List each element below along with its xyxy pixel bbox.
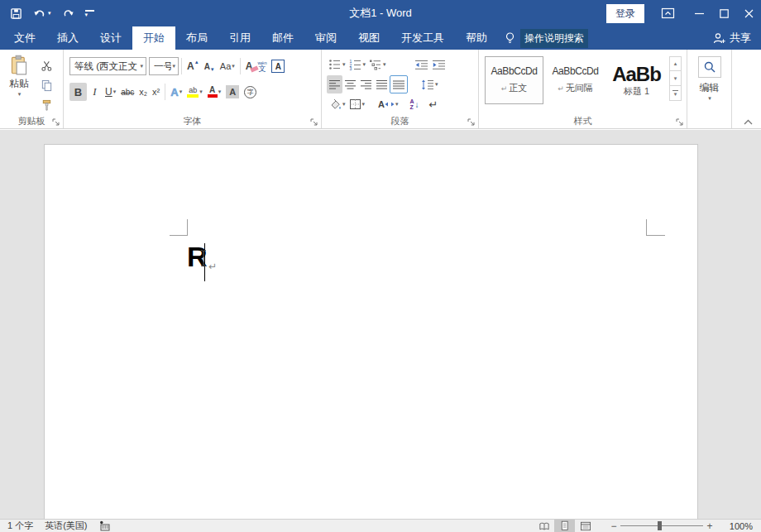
- character-shading-button[interactable]: A: [223, 83, 242, 101]
- styles-scroll-up-button[interactable]: ▴: [669, 56, 682, 71]
- tab-developer[interactable]: 开发工具: [390, 26, 455, 50]
- strikethrough-button[interactable]: abc: [118, 83, 136, 101]
- copy-button[interactable]: [37, 77, 55, 94]
- zoom-in-button[interactable]: +: [703, 520, 716, 532]
- title-bar: ▾ ▾ 文档1 - Word 登录: [0, 0, 761, 26]
- asian-layout-button[interactable]: A ▾: [376, 95, 400, 113]
- minimize-button[interactable]: [687, 9, 711, 18]
- subscript-button[interactable]: x₂: [136, 83, 150, 101]
- styles-scroll-down-button[interactable]: ▾: [669, 71, 682, 86]
- bullets-button[interactable]: ▾: [327, 55, 347, 74]
- tab-file[interactable]: 文件: [3, 26, 46, 50]
- clear-formatting-button[interactable]: A: [243, 57, 256, 75]
- zoom-out-button[interactable]: −: [607, 520, 620, 532]
- sort-button[interactable]: AZ ↓: [409, 95, 421, 113]
- change-case-button[interactable]: Aa▾: [218, 57, 237, 75]
- cut-button[interactable]: [37, 57, 55, 74]
- cut-scissors-icon: [41, 60, 53, 72]
- highlight-color-button[interactable]: ab▾: [184, 83, 205, 101]
- text-effects-button[interactable]: A▾: [168, 83, 184, 101]
- grow-font-button[interactable]: A▲: [184, 57, 202, 75]
- character-border-button[interactable]: A: [269, 57, 287, 75]
- paragraph-row-3: ▾ ▾ A ▾ AZ ↓ ↵: [327, 94, 475, 114]
- read-mode-button[interactable]: [534, 520, 554, 532]
- paint-bucket-icon: [328, 98, 342, 111]
- tab-layout[interactable]: 布局: [175, 26, 218, 50]
- borders-button[interactable]: ▾: [347, 95, 367, 113]
- editing-label: 编辑: [687, 81, 731, 95]
- zoom-slider[interactable]: [620, 520, 703, 532]
- tab-review[interactable]: 审阅: [304, 26, 347, 50]
- numbering-button[interactable]: 123▾: [347, 55, 368, 74]
- styles-more-button[interactable]: ▾: [669, 86, 682, 101]
- underline-button[interactable]: U▾: [103, 83, 118, 101]
- para-mark-icon: ↵: [501, 84, 508, 93]
- shrink-font-button[interactable]: A▼: [202, 57, 218, 75]
- paste-dropdown-icon[interactable]: ▾: [4, 91, 35, 98]
- format-painter-button[interactable]: [37, 97, 55, 114]
- show-hide-marks-button[interactable]: ↵: [428, 95, 440, 113]
- search-input[interactable]: 操作说明搜索: [520, 29, 588, 48]
- justify-button[interactable]: [374, 75, 390, 93]
- font-color-button[interactable]: A▾: [205, 83, 224, 101]
- print-layout-button[interactable]: [554, 520, 575, 532]
- tab-view[interactable]: 视图: [347, 26, 390, 50]
- ibeam-cursor-icon: [199, 249, 208, 267]
- font-dialog-launcher[interactable]: [310, 118, 318, 127]
- minimize-icon: [695, 9, 704, 18]
- multilevel-list-button[interactable]: ▾: [367, 55, 388, 74]
- tab-mailings[interactable]: 邮件: [261, 26, 304, 50]
- superscript-button[interactable]: x²: [150, 83, 162, 101]
- clipboard-dialog-launcher[interactable]: [52, 118, 60, 127]
- sign-in-button[interactable]: 登录: [606, 4, 644, 23]
- styles-dialog-launcher[interactable]: [676, 118, 684, 127]
- document-page[interactable]: R ↵: [44, 144, 698, 519]
- collapse-ribbon-button[interactable]: [744, 119, 753, 125]
- enclose-characters-button[interactable]: 字: [242, 83, 259, 101]
- multilevel-list-icon: [369, 59, 382, 70]
- tab-insert[interactable]: 插入: [46, 26, 89, 50]
- bold-button[interactable]: B: [69, 83, 87, 101]
- web-layout-button[interactable]: [575, 520, 596, 532]
- distributed-button[interactable]: [390, 75, 408, 93]
- clipboard-group: 粘贴 ▾ 剪贴板: [0, 50, 64, 128]
- align-left-button[interactable]: [327, 75, 342, 93]
- zoom-level[interactable]: 100%: [720, 521, 753, 531]
- font-size-select[interactable]: 一号▾: [149, 57, 179, 75]
- paste-button[interactable]: 粘贴 ▾: [3, 55, 35, 115]
- zoom-slider-thumb[interactable]: [658, 521, 662, 530]
- paste-clipboard-icon: [9, 55, 29, 75]
- paragraph-group-label: 段落: [322, 115, 478, 127]
- tab-design[interactable]: 设计: [89, 26, 132, 50]
- share-button[interactable]: 共享: [713, 26, 751, 50]
- tab-references[interactable]: 引用: [218, 26, 261, 50]
- style-card-no-spacing[interactable]: AaBbCcDd ↵无间隔: [546, 56, 605, 104]
- increase-indent-button[interactable]: [430, 55, 448, 74]
- scale-arrows-icon: [385, 100, 395, 108]
- enclose-characters-icon: 字: [244, 86, 256, 98]
- font-size-dropdown-icon: ▾: [172, 63, 175, 69]
- maximize-button[interactable]: [711, 9, 736, 18]
- style-card-heading1[interactable]: AaBb 标题 1: [607, 56, 666, 104]
- editing-dropdown-icon[interactable]: ▾: [688, 95, 731, 102]
- align-center-button[interactable]: [342, 75, 358, 93]
- decrease-indent-button[interactable]: [413, 55, 430, 74]
- italic-button[interactable]: I: [87, 83, 103, 101]
- word-count[interactable]: 1 个字: [7, 520, 33, 532]
- tell-me-search[interactable]: 操作说明搜索: [505, 26, 588, 50]
- style-card-normal[interactable]: AaBbCcDd ↵正文: [485, 56, 543, 104]
- paragraph-dialog-launcher[interactable]: [467, 118, 476, 127]
- font-size-value: 一号: [154, 60, 171, 73]
- line-spacing-button[interactable]: ▾: [419, 75, 440, 93]
- shading-button[interactable]: ▾: [327, 95, 347, 113]
- align-right-button[interactable]: [358, 75, 374, 93]
- tab-home[interactable]: 开始: [132, 26, 175, 50]
- font-name-select[interactable]: 等线 (西文正文▾: [69, 57, 146, 75]
- language-indicator[interactable]: 英语(美国): [45, 520, 87, 532]
- titlebar-controls: 登录: [606, 0, 761, 26]
- close-button[interactable]: [736, 9, 761, 18]
- tab-help[interactable]: 帮助: [455, 26, 498, 50]
- editing-button[interactable]: [698, 56, 721, 78]
- macro-record-button[interactable]: [99, 520, 110, 531]
- ribbon-display-options-button[interactable]: [661, 7, 675, 19]
